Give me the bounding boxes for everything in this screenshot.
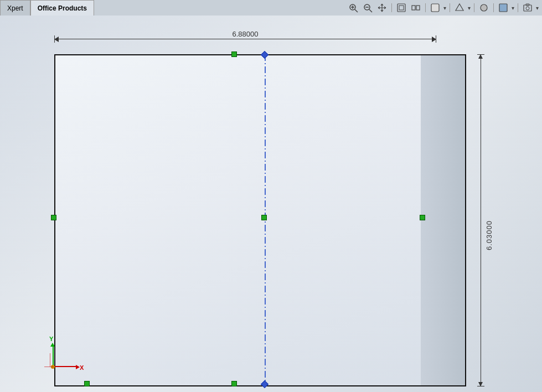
- separator-1: [391, 3, 392, 12]
- constraint-bottom-center-left: [231, 381, 237, 386]
- svg-rect-8: [399, 6, 404, 10]
- right-panel: [421, 54, 466, 386]
- svg-point-13: [481, 4, 487, 11]
- sketch-rect: [54, 54, 436, 386]
- svg-line-1: [355, 9, 358, 12]
- svg-marker-12: [456, 4, 463, 11]
- constraint-center-mid: [261, 215, 267, 220]
- snapshot-button[interactable]: [522, 2, 534, 14]
- display-dropdown-arrow[interactable]: ▾: [443, 5, 446, 11]
- separator-2: [425, 3, 426, 12]
- separator-4: [474, 3, 474, 12]
- constraint-bottom-left: [84, 381, 90, 386]
- toolbar: ▾ ▾ ▾ ▾: [344, 0, 542, 16]
- separator-3: [450, 3, 450, 12]
- separator-5: [493, 3, 494, 12]
- constraint-top-left: [231, 51, 237, 57]
- axis-y-label: Y: [49, 336, 53, 342]
- constraint-right-mid: [420, 215, 425, 220]
- view-dropdown-arrow[interactable]: ▾: [468, 5, 471, 11]
- dim-right: 6.03000: [476, 54, 493, 386]
- zoom-in-button[interactable]: [347, 2, 359, 14]
- zoom-out-button[interactable]: [362, 2, 374, 14]
- render-dropdown-arrow[interactable]: ▾: [512, 5, 514, 11]
- axis-indicator: X Y: [44, 342, 78, 375]
- svg-rect-10: [416, 6, 420, 10]
- snapshot-dropdown-arrow[interactable]: ▾: [536, 5, 539, 11]
- svg-point-16: [526, 7, 529, 10]
- render-button[interactable]: [497, 2, 509, 14]
- view-select-button[interactable]: [453, 2, 466, 14]
- canvas-area[interactable]: 6.88000 6.03000: [0, 16, 542, 392]
- center-line: [265, 54, 266, 386]
- separator-6: [518, 3, 518, 12]
- view-orient-button[interactable]: [410, 2, 422, 14]
- svg-rect-11: [431, 4, 439, 12]
- svg-rect-9: [412, 6, 415, 10]
- svg-rect-14: [499, 4, 507, 12]
- dim-width-label: 6.88000: [233, 30, 259, 38]
- view-cube-button[interactable]: [395, 2, 407, 14]
- constraint-left-mid: [51, 215, 56, 220]
- dim-top: 6.88000: [54, 29, 436, 40]
- circle-display-button[interactable]: [478, 2, 490, 14]
- drawing-viewport: 6.88000 6.03000: [39, 21, 493, 392]
- tab-xpert[interactable]: Xpert: [0, 0, 30, 16]
- axis-x-label: X: [80, 364, 84, 371]
- svg-line-5: [369, 9, 372, 12]
- display-style-button[interactable]: [429, 2, 441, 14]
- title-bar: Xpert Office Products: [0, 0, 94, 16]
- dim-height-label: 6.03000: [485, 220, 493, 250]
- pan-button[interactable]: [376, 2, 388, 14]
- tab-office-products[interactable]: Office Products: [30, 0, 94, 16]
- svg-rect-7: [398, 4, 405, 12]
